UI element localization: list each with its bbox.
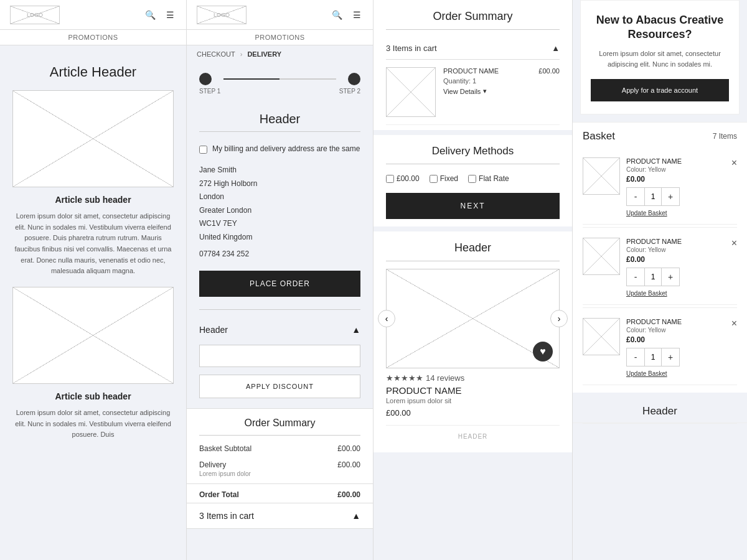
basket-thumb-3 xyxy=(583,318,620,355)
items-cart-toggle-icon: ▲ xyxy=(552,44,560,53)
update-basket-link-2[interactable]: Update Basket xyxy=(626,290,725,297)
delivery-option-2-checkbox[interactable] xyxy=(430,175,438,183)
qty-decrease-3[interactable]: - xyxy=(627,348,644,366)
stepper: STEP 1 STEP 2 xyxy=(187,63,373,105)
order-total-value: £00.00 xyxy=(337,490,360,499)
basket-thumb-1 xyxy=(583,157,620,195)
address-postcode: WC1V 7EY xyxy=(199,217,360,231)
address-county: Greater London xyxy=(199,204,360,218)
nav-icons-1: 🔍 ☰ xyxy=(144,9,176,21)
delivery-value: £00.00 xyxy=(337,460,360,469)
breadcrumb-checkout: CHECKOUT xyxy=(197,50,235,58)
delivery-option-2: Fixed xyxy=(430,174,458,183)
discount-collapsible[interactable]: Header ▲ xyxy=(187,317,373,342)
step1-label: STEP 1 xyxy=(199,88,220,95)
promotions-bar-2: PROMOTIONS xyxy=(187,30,373,45)
step2-label: STEP 2 xyxy=(339,88,360,95)
nav-bar-1: LOGO 🔍 ☰ xyxy=(0,0,186,30)
delivery-option-3-checkbox[interactable] xyxy=(468,175,476,183)
basket-item-info-3: PRODUCT NAME Colour: Yellow £0.00 - 1 + … xyxy=(626,318,725,377)
search-icon-1[interactable]: 🔍 xyxy=(144,9,156,21)
carousel-product-name: PRODUCT NAME xyxy=(386,385,560,396)
order-total-label: Order Total xyxy=(199,490,239,499)
cart-toggle[interactable]: 3 Items in cart ▲ xyxy=(187,503,373,528)
qty-value-3: 1 xyxy=(644,348,662,366)
panel-checkout: LOGO 🔍 ☰ PROMOTIONS CHECKOUT › DELIVERY xyxy=(187,0,374,560)
basket-bottom-header: Header xyxy=(573,398,747,423)
basket-item-price-3: £0.00 xyxy=(626,335,725,344)
qty-value-2: 1 xyxy=(644,268,662,286)
update-basket-link-3[interactable]: Update Basket xyxy=(626,370,725,377)
product-info: PRODUCT NAME £00.00 Quantity: 1 View Det… xyxy=(443,67,560,117)
qty-decrease-1[interactable]: - xyxy=(627,188,644,205)
order-summary-main-title: Order Summary xyxy=(386,10,560,30)
article-sub-header-1: Article sub header xyxy=(0,187,186,208)
panel-4-content: New to Abacus Creative Resources? Lorem … xyxy=(573,0,747,560)
basket-item-colour-2: Colour: Yellow xyxy=(626,246,725,253)
delivery-option-3-label: Flat Rate xyxy=(479,174,509,183)
carousel-next-button[interactable]: › xyxy=(550,310,568,327)
carousel-content: ‹ › ♥ ★★★★★ 14 reviews PRODUCT NAME xyxy=(386,269,560,418)
panel-1-content: Article Header Article sub header Lorem … xyxy=(0,45,186,560)
basket-bottom-divider xyxy=(583,423,737,424)
basket-item-3: PRODUCT NAME Colour: Yellow £0.00 - 1 + … xyxy=(583,310,737,385)
carousel-prev-icon: ‹ xyxy=(385,314,388,324)
delivery-options: £00.00 Fixed Flat Rate xyxy=(386,172,560,190)
items-cart-label: 3 Items in cart xyxy=(386,44,437,53)
product-name: PRODUCT NAME xyxy=(443,67,499,75)
carousel-prev-button[interactable]: ‹ xyxy=(378,310,395,327)
basket-divider-1 xyxy=(583,227,737,228)
view-details-icon: ▾ xyxy=(483,87,487,95)
delivery-option-2-label: Fixed xyxy=(440,174,458,183)
basket-title: Basket xyxy=(583,130,615,142)
discount-header-label: Header xyxy=(199,325,228,335)
panel-3-content: Order Summary 3 Items in cart ▲ PRODUCT … xyxy=(374,0,572,560)
product-price: £00.00 xyxy=(538,67,560,75)
checkout-divider-2 xyxy=(199,309,360,310)
panel-basket: New to Abacus Creative Resources? Lorem … xyxy=(573,0,747,560)
basket-subtotal-label: Basket Subtotal xyxy=(199,444,251,453)
article-body-2: Lorem ipsum dolor sit amet, consectetur … xyxy=(0,405,186,450)
delivery-option-1-checkbox[interactable] xyxy=(386,175,394,183)
qty-increase-3[interactable]: + xyxy=(662,348,679,366)
discount-input[interactable] xyxy=(199,345,360,367)
next-button[interactable]: NEXT xyxy=(386,193,560,219)
address-line1: 272 High Holborn xyxy=(199,177,360,191)
basket-header-row: Basket 7 Items xyxy=(583,130,737,142)
carousel-stars: ★★★★★ 14 reviews xyxy=(386,368,560,385)
address-city: London xyxy=(199,190,360,204)
qty-increase-2[interactable]: + xyxy=(662,268,679,286)
basket-item-name-1: PRODUCT NAME xyxy=(626,157,725,165)
search-icon-2[interactable]: 🔍 xyxy=(331,9,343,21)
menu-icon-1[interactable]: ☰ xyxy=(164,9,176,21)
basket-item-name-3: PRODUCT NAME xyxy=(626,318,725,325)
delivery-option-1-price: £00.00 xyxy=(397,174,420,183)
delivery-option-1: £00.00 xyxy=(386,174,420,183)
items-cart-toggle[interactable]: 3 Items in cart ▲ xyxy=(386,37,560,60)
update-basket-link-1[interactable]: Update Basket xyxy=(626,210,725,217)
carousel-heart-button[interactable]: ♥ xyxy=(533,342,553,362)
trade-card-button[interactable]: Apply for a trade account xyxy=(591,79,729,101)
review-count: 14 reviews xyxy=(426,373,464,383)
apply-discount-button[interactable]: APPLY DISCOUNT xyxy=(199,375,360,398)
basket-remove-1[interactable]: × xyxy=(731,157,737,169)
basket-divider-2 xyxy=(583,307,737,308)
place-order-button[interactable]: PLACE ORDER xyxy=(199,271,360,297)
view-details-link[interactable]: View Details ▾ xyxy=(443,87,560,95)
breadcrumb: CHECKOUT › DELIVERY xyxy=(187,45,373,63)
product-name-row: PRODUCT NAME £00.00 xyxy=(443,67,560,75)
qty-decrease-2[interactable]: - xyxy=(627,268,644,286)
basket-remove-3[interactable]: × xyxy=(731,318,737,329)
order-summary-section: Order Summary Basket Subtotal £00.00 Del… xyxy=(187,408,373,529)
basket-item-colour-1: Colour: Yellow xyxy=(626,166,725,173)
nav-bar-2: LOGO 🔍 ☰ xyxy=(187,0,373,30)
basket-qty-row-1: - 1 + xyxy=(626,187,680,206)
breadcrumb-separator: › xyxy=(240,50,243,58)
basket-remove-2[interactable]: × xyxy=(731,238,737,249)
billing-checkbox[interactable] xyxy=(199,146,207,154)
carousel-next-icon: › xyxy=(558,314,561,324)
order-summary-title: Order Summary xyxy=(187,409,373,435)
menu-icon-2[interactable]: ☰ xyxy=(350,9,363,21)
carousel-price: £00.00 xyxy=(386,408,560,418)
qty-increase-1[interactable]: + xyxy=(662,188,679,205)
